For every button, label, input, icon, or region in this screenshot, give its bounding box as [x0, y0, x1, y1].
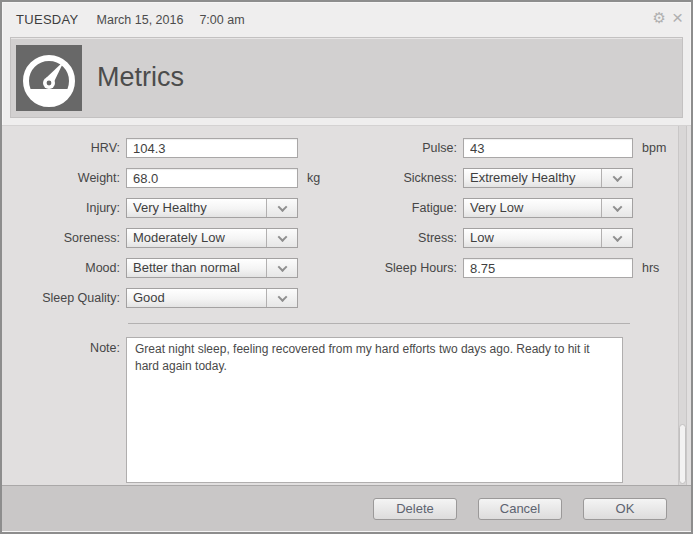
- mood-select[interactable]: Better than normal: [126, 258, 298, 278]
- chevron-down-icon: [601, 199, 632, 217]
- chevron-down-icon: [601, 169, 632, 187]
- metrics-header-banner: Metrics: [10, 37, 683, 118]
- dialog-footer: DeleteCancelOK: [2, 485, 691, 531]
- hrv-input[interactable]: [126, 138, 298, 158]
- form-scrollbar-thumb[interactable]: [679, 424, 686, 484]
- note-divider: [128, 323, 630, 324]
- sleep-quality-select[interactable]: Good: [126, 288, 298, 308]
- stress-select[interactable]: Low: [463, 228, 633, 248]
- pulse-row: Pulse:bpm: [349, 138, 691, 158]
- gear-icon[interactable]: ⚙: [652, 10, 665, 25]
- date-label: March 15, 2016: [97, 13, 184, 27]
- form-grid: HRV:Weight:kgInjury:Very HealthySoreness…: [2, 138, 691, 318]
- note-label: Note:: [2, 337, 120, 483]
- form-column-right: Pulse:bpmSickness:Extremely HealthyFatig…: [349, 138, 691, 318]
- fatigue-select[interactable]: Very Low: [463, 198, 633, 218]
- chevron-down-icon: [266, 229, 297, 247]
- stress-label: Stress:: [349, 231, 457, 245]
- weight-unit: kg: [307, 171, 320, 185]
- injury-selected-value: Very Healthy: [127, 199, 266, 217]
- chevron-down-icon: [601, 229, 632, 247]
- note-textarea[interactable]: Great night sleep, feeling recovered fro…: [126, 337, 623, 483]
- soreness-row: Soreness:Moderately Low: [2, 228, 349, 248]
- ok-button[interactable]: OK: [583, 498, 667, 520]
- pulse-input[interactable]: [463, 138, 633, 158]
- sickness-row: Sickness:Extremely Healthy: [349, 168, 691, 188]
- page-title: Metrics: [97, 62, 184, 93]
- fatigue-selected-value: Very Low: [464, 199, 601, 217]
- sleep-hours-row: Sleep Hours:hrs: [349, 258, 691, 278]
- sickness-select[interactable]: Extremely Healthy: [463, 168, 633, 188]
- weight-label: Weight:: [2, 171, 120, 185]
- stress-selected-value: Low: [464, 229, 601, 247]
- gauge-icon: [16, 45, 82, 111]
- injury-label: Injury:: [2, 201, 120, 215]
- hrv-row: HRV:: [2, 138, 349, 158]
- sleep-hours-unit: hrs: [642, 261, 659, 275]
- sleep-hours-input[interactable]: [463, 258, 633, 278]
- mood-row: Mood:Better than normal: [2, 258, 349, 278]
- close-icon[interactable]: ×: [672, 8, 683, 27]
- note-row: Note: Great night sleep, feeling recover…: [2, 337, 691, 483]
- delete-button[interactable]: Delete: [373, 498, 457, 520]
- sleep-quality-label: Sleep Quality:: [2, 291, 120, 305]
- fatigue-row: Fatigue:Very Low: [349, 198, 691, 218]
- injury-row: Injury:Very Healthy: [2, 198, 349, 218]
- metrics-form: HRV:Weight:kgInjury:Very HealthySoreness…: [2, 125, 691, 485]
- chevron-down-icon: [266, 259, 297, 277]
- fatigue-label: Fatigue:: [349, 201, 457, 215]
- weight-row: Weight:kg: [2, 168, 349, 188]
- sleep-quality-row: Sleep Quality:Good: [2, 288, 349, 308]
- injury-select[interactable]: Very Healthy: [126, 198, 298, 218]
- metrics-dialog-window: TUESDAY March 15, 2016 7:00 am ⚙ × Metri…: [0, 0, 693, 534]
- chevron-down-icon: [266, 199, 297, 217]
- soreness-selected-value: Moderately Low: [127, 229, 266, 247]
- mood-label: Mood:: [2, 261, 120, 275]
- sickness-selected-value: Extremely Healthy: [464, 169, 601, 187]
- titlebar-icons: ⚙ ×: [652, 8, 683, 27]
- mood-selected-value: Better than normal: [127, 259, 266, 277]
- form-column-left: HRV:Weight:kgInjury:Very HealthySoreness…: [2, 138, 349, 318]
- sleep-quality-selected-value: Good: [127, 289, 266, 307]
- cancel-button[interactable]: Cancel: [478, 498, 562, 520]
- form-scrollbar[interactable]: [678, 126, 687, 485]
- title-bar: TUESDAY March 15, 2016 7:00 am ⚙ ×: [2, 2, 691, 35]
- pulse-unit: bpm: [642, 141, 666, 155]
- soreness-label: Soreness:: [2, 231, 120, 245]
- chevron-down-icon: [266, 289, 297, 307]
- soreness-select[interactable]: Moderately Low: [126, 228, 298, 248]
- weight-input[interactable]: [126, 168, 298, 188]
- hrv-label: HRV:: [2, 141, 120, 155]
- sickness-label: Sickness:: [349, 171, 457, 185]
- sleep-hours-label: Sleep Hours:: [349, 261, 457, 275]
- stress-row: Stress:Low: [349, 228, 691, 248]
- weekday-label: TUESDAY: [16, 12, 79, 27]
- pulse-label: Pulse:: [349, 141, 457, 155]
- time-label: 7:00 am: [199, 13, 244, 27]
